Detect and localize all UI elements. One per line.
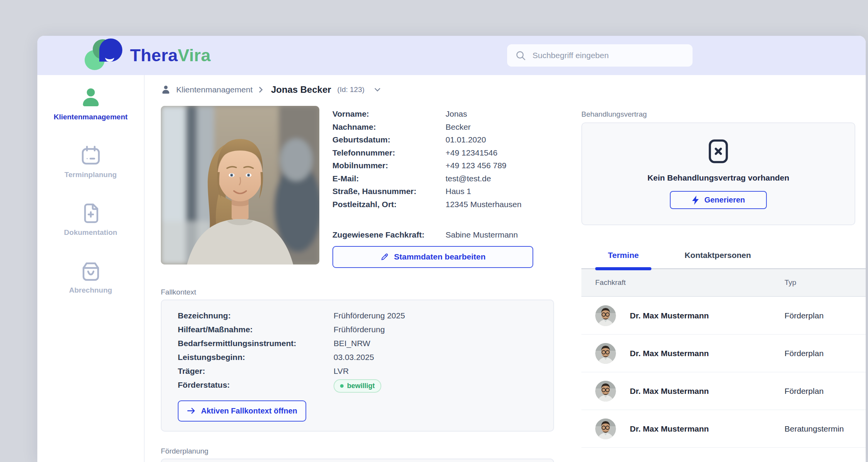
table-row[interactable]: Dr. Max Mustermann Förderplan xyxy=(581,297,866,335)
sidebar-item-terminplanung[interactable]: Terminplanung xyxy=(37,144,144,179)
fallkontext-card: Bezeichnung:Frühförderung 2025 Hilfeart/… xyxy=(161,300,554,432)
document-plus-icon xyxy=(80,202,102,224)
table-row[interactable]: Dr. Max Mustermann Beratungstermin xyxy=(581,410,866,448)
calendar-icon xyxy=(80,144,102,167)
sidebar-item-label: Abrechnung xyxy=(69,286,112,295)
chevron-down-icon xyxy=(374,87,381,92)
detail-row: Geburtsdatum:01.01.2020 xyxy=(332,133,554,146)
tab-termine[interactable]: Termine xyxy=(595,250,651,268)
generate-contract-button[interactable]: Generieren xyxy=(670,191,767,209)
detail-row: Postleitzahl, Ort:12345 Musterhausen xyxy=(332,198,554,211)
client-photo xyxy=(161,106,319,264)
fallkontext-row: Leistungsbeginn:03.03.2025 xyxy=(178,350,553,364)
client-switcher-caret[interactable] xyxy=(374,87,381,92)
foerderplanung-card xyxy=(161,459,554,462)
lightning-icon xyxy=(692,196,699,205)
sidebar-item-dokumentation[interactable]: Dokumentation xyxy=(37,202,144,237)
status-badge: bewilligt xyxy=(334,379,381,393)
fallkontext-row: Träger:LVR xyxy=(178,364,553,378)
no-contract-message: Kein Behandlungsvertrag vorhanden xyxy=(648,173,790,182)
table-row[interactable]: Dr. Max Mustermann Förderplan xyxy=(581,372,866,410)
behandlungsvertrag-card: Kein Behandlungsvertrag vorhanden Generi… xyxy=(581,122,855,225)
sidebar-item-label: Terminplanung xyxy=(65,171,117,179)
termine-table-header: Fachkraft Typ xyxy=(581,269,866,297)
detail-row: Nachname:Becker xyxy=(332,121,554,134)
sidebar-item-abrechnung[interactable]: Abrechnung xyxy=(37,260,144,295)
fallkontext-row: Bezeichnung:Frühförderung 2025 xyxy=(178,309,553,323)
fallkontext-row: Hilfeart/Maßnahme:Frühförderung xyxy=(178,323,553,336)
search-input[interactable] xyxy=(532,50,684,60)
detail-row: Vorname:Jonas xyxy=(332,107,554,121)
foerderplanung-section-label: Förderplanung xyxy=(161,447,554,455)
fachkraft-avatar xyxy=(595,305,616,326)
bag-icon xyxy=(80,260,102,282)
detail-row: Mobilnummer:+49 123 456 789 xyxy=(332,159,554,172)
sidebar-item-klientenmanagement[interactable]: Klientenmanagement xyxy=(37,87,144,121)
edit-stammdaten-button[interactable]: Stammdaten bearbeiten xyxy=(332,246,533,268)
no-contract-icon xyxy=(708,139,729,164)
fallkontext-status-row: Förderstatus: bewilligt xyxy=(178,378,553,393)
chevron-right-icon xyxy=(258,85,264,94)
breadcrumb-section-link[interactable]: Klientenmanagement xyxy=(176,85,252,94)
status-dot-icon xyxy=(340,384,344,388)
column-header-typ: Typ xyxy=(785,278,866,287)
sidebar-item-label: Klientenmanagement xyxy=(53,113,127,121)
fallkontext-section-label: Fallkontext xyxy=(161,288,554,296)
app-header: TheraVira xyxy=(37,36,866,75)
fallkontext-row: Bedarfsermittlungsinstrument:BEI_NRW xyxy=(178,336,553,350)
breadcrumb-client-name[interactable]: Jonas Becker xyxy=(271,84,331,95)
global-search xyxy=(507,44,693,67)
client-overview: Vorname:Jonas Nachname:Becker Geburtsdat… xyxy=(161,106,554,268)
detail-row: Telefonnummer:+49 12341546 xyxy=(332,146,554,159)
search-icon xyxy=(516,50,526,61)
client-details: Vorname:Jonas Nachname:Becker Geburtsdat… xyxy=(332,106,554,268)
tab-kontaktpersonen[interactable]: Kontaktpersonen xyxy=(672,250,764,268)
detail-row: E-Mail:test@test.de xyxy=(332,172,554,185)
arrow-right-icon xyxy=(187,407,196,415)
table-row[interactable]: Dr. Max Mustermann Förderplan xyxy=(581,335,866,372)
sidebar-item-label: Dokumentation xyxy=(64,228,117,237)
open-fallkontext-button[interactable]: Aktiven Fallkontext öffnen xyxy=(178,400,306,422)
breadcrumb-client-id: (Id: 123) xyxy=(337,85,365,94)
sidebar: Klientenmanagement Terminplanung xyxy=(37,75,145,462)
fachkraft-avatar xyxy=(595,343,616,364)
person-icon xyxy=(80,87,102,109)
fachkraft-avatar xyxy=(595,418,616,439)
behandlungsvertrag-section-label: Behandlungsvertrag xyxy=(581,110,866,119)
column-header-fachkraft: Fachkraft xyxy=(595,278,785,287)
fachkraft-avatar xyxy=(595,381,616,402)
theravira-logo-icon xyxy=(84,38,124,73)
brand-wordmark: TheraVira xyxy=(130,45,211,65)
assigned-fachkraft-row: Zugewiesene Fachkraft:Sabine Mustermann xyxy=(332,228,554,241)
breadcrumb: Klientenmanagement Jonas Becker (Id: 123… xyxy=(161,83,554,97)
detail-row: Straße, Hausnummer:Haus 1 xyxy=(332,185,554,198)
pencil-icon xyxy=(380,253,389,261)
right-panel-tabs: Termine Kontaktpersonen xyxy=(581,250,866,269)
termine-table: Fachkraft Typ Dr. Max Mustermann Förderp… xyxy=(581,269,866,448)
app-window: TheraVira Klientenmanagement xyxy=(37,36,866,462)
breadcrumb-person-icon xyxy=(161,85,171,95)
brand-logo: TheraVira xyxy=(84,38,211,73)
